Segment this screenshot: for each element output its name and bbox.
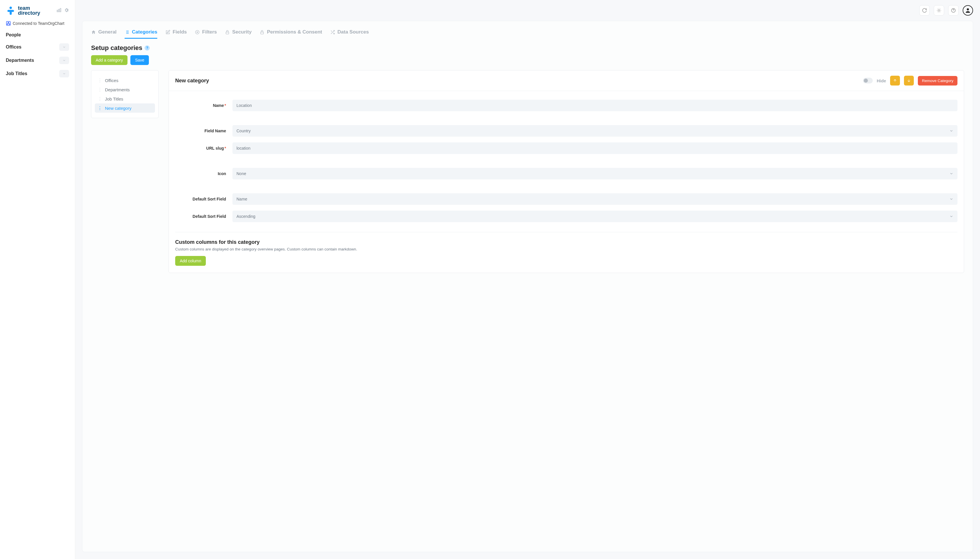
brand-logo[interactable]: team directory [6,6,40,16]
chevron-down-icon[interactable] [59,43,69,51]
icon-select[interactable]: None [232,168,957,179]
svg-rect-9 [9,24,10,25]
select-value: None [237,171,246,176]
fieldname-select[interactable]: Country [232,125,957,137]
chevron-down-icon[interactable] [59,70,69,78]
sort-field-label: Default Sort Field [175,197,226,201]
select-value: Name [237,197,247,201]
sort-field-select[interactable]: Name [232,193,957,205]
tab-categories[interactable]: Categories [124,28,157,39]
page-heading: Setup categories ? [91,44,964,52]
icon-label: Icon [175,171,226,176]
sidebar-item-label: Offices [6,45,22,50]
chevron-down-icon [949,197,953,201]
topbar [75,0,980,21]
category-form: New category Hide Remove Category Name* [169,70,964,273]
svg-rect-7 [8,22,9,23]
tab-fields[interactable]: Fields [165,28,187,39]
category-item-offices[interactable]: ⋮Offices [95,76,155,85]
select-value: Ascending [237,214,255,219]
chevron-down-icon[interactable] [59,56,69,64]
remove-category-button[interactable]: Remove Category [918,76,957,86]
form-header: New category Hide Remove Category [169,71,964,91]
tab-label: Security [232,29,252,35]
svg-rect-3 [57,10,58,12]
svg-line-21 [937,12,938,12]
sort-dir-select[interactable]: Ascending [232,211,957,222]
svg-rect-36 [261,32,264,34]
home-icon [91,30,96,35]
svg-rect-2 [10,11,12,15]
shuffle-icon [330,30,335,35]
refresh-button[interactable] [919,5,930,16]
category-item-label: Departments [105,87,130,92]
sidebar-item-departments[interactable]: Departments [6,54,69,66]
chevron-down-icon [949,129,953,133]
theme-button[interactable] [934,5,944,16]
name-label: Name* [175,103,226,108]
category-item-label: Job Titles [105,96,123,101]
category-item-label: Offices [105,78,118,83]
move-up-button[interactable] [890,76,900,86]
edit-icon [165,30,170,35]
form-title: New category [175,78,209,84]
tab-general[interactable]: General [91,28,116,39]
sidebar-item-label: Departments [6,58,34,63]
save-button[interactable]: Save [130,55,149,65]
settings-tabs: General Categories Fields Filters Securi… [91,28,964,39]
list-icon [124,30,129,35]
category-list: ⋮Offices ⋮Departments ⋮Job Titles ⋮New c… [91,70,159,118]
connected-label: Connected to TeamOrgChart [13,21,65,26]
tab-label: Permissions & Consent [267,29,322,35]
category-item-departments[interactable]: ⋮Departments [95,85,155,94]
hide-toggle[interactable] [863,78,873,83]
chevron-down-icon [949,214,953,218]
orgchart-icon [6,21,11,26]
svg-rect-4 [59,9,60,12]
avatar-button[interactable] [963,5,973,16]
brand-name: team directory [18,6,40,16]
tab-permissions[interactable]: Permissions & Consent [260,28,322,39]
svg-line-18 [940,12,940,12]
select-value: Country [237,129,250,133]
svg-rect-35 [226,32,229,34]
lock-icon [260,30,265,35]
name-input[interactable] [232,100,957,111]
grip-icon: ⋮ [98,87,102,92]
tab-security[interactable]: Security [225,28,252,39]
category-item-job-titles[interactable]: ⋮Job Titles [95,94,155,103]
svg-line-39 [331,30,332,31]
url-slug-input[interactable] [232,142,957,154]
brand-logo-icon [6,6,16,16]
lock-icon [225,30,230,35]
help-button[interactable] [948,5,958,16]
add-column-button[interactable]: Add column [175,256,206,266]
tab-filters[interactable]: Filters [195,28,217,39]
sidebar-item-people[interactable]: People [6,30,69,40]
content-panel: General Categories Fields Filters Securi… [82,21,973,552]
sidebar-item-offices[interactable]: Offices [6,41,69,53]
move-down-button[interactable] [904,76,914,86]
gear-icon[interactable] [64,8,69,14]
sidebar-item-job-titles[interactable]: Job Titles [6,68,69,80]
connected-status: Connected to TeamOrgChart [0,21,75,30]
add-category-button[interactable]: Add a category [91,55,128,65]
grip-icon: ⋮ [98,78,102,83]
custom-cols-title: Custom columns for this category [175,239,957,245]
tab-label: Categories [132,29,157,35]
stats-icon[interactable] [56,8,61,14]
sort-dir-label: Default Sort Field [175,214,226,219]
hide-label: Hide [877,78,886,83]
tab-data-sources[interactable]: Data Sources [330,28,369,39]
category-item-new[interactable]: ⋮New category [95,103,155,112]
category-item-label: New category [105,106,131,111]
tab-label: General [98,29,116,35]
sidebar-nav: People Offices Departments Job Titles [0,30,75,81]
tab-label: Data Sources [337,29,369,35]
help-icon[interactable]: ? [144,45,150,51]
grip-icon: ⋮ [98,96,102,101]
tab-label: Filters [202,29,217,35]
svg-point-0 [10,7,12,9]
fieldname-label: Field Name [175,129,226,133]
svg-line-22 [940,9,940,9]
